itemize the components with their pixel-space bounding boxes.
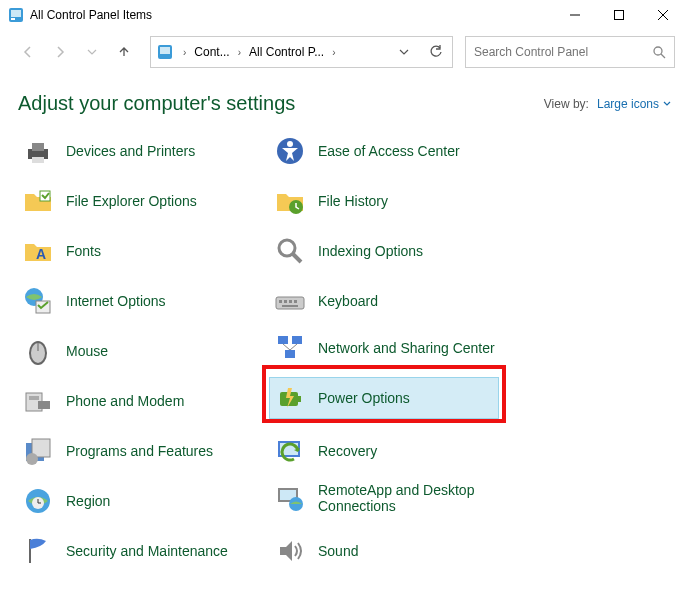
recent-locations-button[interactable] bbox=[78, 37, 106, 67]
address-bar[interactable]: › Cont... › All Control P... › bbox=[150, 36, 453, 68]
item-label: Region bbox=[66, 493, 110, 509]
dropdown-button[interactable] bbox=[388, 47, 420, 57]
item-label: Internet Options bbox=[66, 293, 166, 309]
item-region[interactable]: Region bbox=[18, 481, 258, 521]
network-icon bbox=[274, 332, 306, 364]
font-icon: A bbox=[22, 235, 54, 267]
control-panel-icon bbox=[8, 7, 24, 23]
up-button[interactable] bbox=[110, 37, 138, 67]
item-programs-and-features[interactable]: Programs and Features bbox=[18, 431, 258, 471]
item-internet-options[interactable]: Internet Options bbox=[18, 281, 258, 321]
item-indexing-options[interactable]: Indexing Options bbox=[270, 231, 510, 271]
svg-rect-39 bbox=[284, 300, 287, 303]
search-box[interactable] bbox=[465, 36, 675, 68]
page-title: Adjust your computer's settings bbox=[18, 92, 295, 115]
chevron-right-icon[interactable]: › bbox=[179, 47, 190, 58]
svg-point-33 bbox=[287, 141, 293, 147]
item-network-and-sharing-center[interactable]: Network and Sharing Center bbox=[270, 326, 510, 370]
item-remoteapp-and-desktop-connections[interactable]: RemoteApp and Desktop Connections bbox=[270, 476, 510, 520]
item-label: Ease of Access Center bbox=[318, 143, 460, 159]
control-panel-icon bbox=[157, 44, 173, 60]
svg-rect-42 bbox=[282, 305, 298, 307]
keyboard-icon bbox=[274, 285, 306, 317]
search-icon bbox=[652, 45, 666, 59]
view-by-select[interactable]: Large icons bbox=[597, 97, 671, 111]
item-label: Keyboard bbox=[318, 293, 378, 309]
svg-rect-22 bbox=[29, 396, 39, 400]
chevron-down-icon bbox=[663, 100, 671, 108]
item-label: Programs and Features bbox=[66, 443, 213, 459]
content-area: Adjust your computer's settings View by:… bbox=[0, 74, 689, 591]
svg-rect-23 bbox=[38, 401, 50, 409]
indexing-icon bbox=[274, 235, 306, 267]
view-by: View by: Large icons bbox=[544, 97, 671, 111]
svg-point-35 bbox=[279, 240, 295, 256]
item-file-explorer-options[interactable]: File Explorer Options bbox=[18, 181, 258, 221]
item-label: RemoteApp and Desktop Connections bbox=[318, 482, 506, 514]
item-label: Network and Sharing Center bbox=[318, 340, 495, 356]
svg-rect-13 bbox=[32, 157, 44, 163]
item-label: Fonts bbox=[66, 243, 101, 259]
svg-rect-38 bbox=[279, 300, 282, 303]
minimize-button[interactable] bbox=[553, 1, 597, 29]
view-by-value: Large icons bbox=[597, 97, 659, 111]
item-label: Sound bbox=[318, 543, 358, 559]
svg-rect-8 bbox=[160, 47, 170, 54]
item-ease-of-access-center[interactable]: Ease of Access Center bbox=[270, 131, 510, 171]
item-fonts[interactable]: AFonts bbox=[18, 231, 258, 271]
item-phone-and-modem[interactable]: Phone and Modem bbox=[18, 381, 258, 421]
svg-rect-45 bbox=[285, 350, 295, 358]
refresh-button[interactable] bbox=[420, 45, 452, 59]
window-titlebar: All Control Panel Items bbox=[0, 0, 689, 30]
item-security-and-maintenance[interactable]: Security and Maintenance bbox=[18, 531, 258, 571]
view-by-label: View by: bbox=[544, 97, 589, 111]
item-label: Phone and Modem bbox=[66, 393, 184, 409]
file-history-icon bbox=[274, 185, 306, 217]
folder-icon bbox=[22, 185, 54, 217]
breadcrumb-current[interactable]: All Control P... bbox=[245, 45, 328, 59]
region-icon bbox=[22, 485, 54, 517]
svg-point-26 bbox=[26, 453, 38, 465]
svg-rect-4 bbox=[615, 11, 624, 20]
svg-rect-43 bbox=[278, 336, 288, 344]
printer-icon bbox=[22, 135, 54, 167]
svg-rect-44 bbox=[292, 336, 302, 344]
item-recovery[interactable]: Recovery bbox=[270, 431, 510, 471]
item-keyboard[interactable]: Keyboard bbox=[270, 281, 510, 321]
svg-rect-40 bbox=[289, 300, 292, 303]
svg-line-10 bbox=[661, 54, 665, 58]
sound-icon bbox=[274, 535, 306, 567]
svg-rect-1 bbox=[11, 10, 21, 17]
item-label: File Explorer Options bbox=[66, 193, 197, 209]
item-label: Mouse bbox=[66, 343, 108, 359]
svg-rect-2 bbox=[11, 18, 15, 20]
programs-icon bbox=[22, 435, 54, 467]
item-label: Devices and Printers bbox=[66, 143, 195, 159]
items-grid: Devices and Printers File Explorer Optio… bbox=[18, 131, 671, 591]
highlight-annotation bbox=[262, 365, 506, 423]
breadcrumb-root[interactable]: Cont... bbox=[190, 45, 233, 59]
chevron-right-icon[interactable]: › bbox=[328, 47, 339, 58]
forward-button[interactable] bbox=[46, 37, 74, 67]
search-input[interactable] bbox=[474, 45, 652, 59]
svg-point-9 bbox=[654, 47, 662, 55]
item-devices-and-printers[interactable]: Devices and Printers bbox=[18, 131, 258, 171]
item-label: Indexing Options bbox=[318, 243, 423, 259]
item-label: Recovery bbox=[318, 443, 377, 459]
svg-rect-41 bbox=[294, 300, 297, 303]
maximize-button[interactable] bbox=[597, 1, 641, 29]
globe-icon bbox=[22, 285, 54, 317]
window-title: All Control Panel Items bbox=[30, 8, 553, 22]
item-file-history[interactable]: File History bbox=[270, 181, 510, 221]
item-label: File History bbox=[318, 193, 388, 209]
back-button[interactable] bbox=[14, 37, 42, 67]
mouse-icon bbox=[22, 335, 54, 367]
chevron-right-icon[interactable]: › bbox=[234, 47, 245, 58]
svg-line-36 bbox=[293, 254, 301, 262]
item-sound[interactable]: Sound bbox=[270, 531, 510, 571]
close-button[interactable] bbox=[641, 1, 685, 29]
item-mouse[interactable]: Mouse bbox=[18, 331, 258, 371]
phone-modem-icon bbox=[22, 385, 54, 417]
navigation-bar: › Cont... › All Control P... › bbox=[0, 30, 689, 74]
recovery-icon bbox=[274, 435, 306, 467]
